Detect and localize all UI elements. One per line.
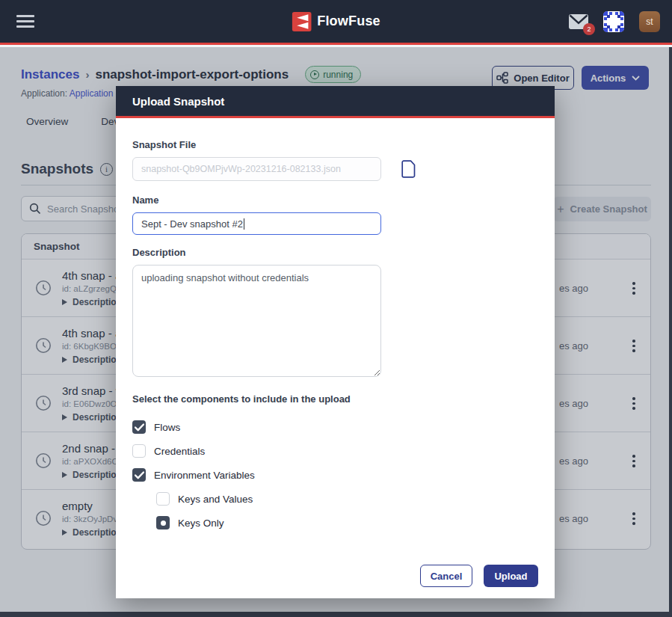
name-input-value: Sept - Dev snapshot #2	[141, 218, 243, 230]
app-window: FlowFuse 2	[0, 0, 672, 617]
modal-footer: Cancel Upload	[132, 565, 538, 587]
check-icon	[135, 423, 144, 432]
check-icon	[135, 471, 144, 479]
keys-and-values-checkbox-unchecked[interactable]	[156, 492, 170, 506]
option-flows[interactable]: Flows	[132, 415, 538, 439]
name-input[interactable]: Sept - Dev snapshot #2	[132, 212, 381, 235]
brand-name: FlowFuse	[317, 13, 380, 29]
flowfuse-logo-icon	[292, 12, 311, 31]
upload-snapshot-modal: Upload Snapshot Snapshot File snapshot-Q…	[116, 86, 555, 598]
notifications-mail-icon[interactable]: 2	[569, 14, 588, 29]
components-options: Flows Credentials Environment Variables	[132, 415, 538, 535]
description-label: Description	[132, 247, 538, 259]
option-keys-only[interactable]: Keys Only	[156, 511, 538, 535]
text-caret	[244, 218, 244, 230]
brand-logo: FlowFuse	[292, 12, 380, 31]
flows-checkbox-checked[interactable]	[132, 420, 146, 434]
credentials-checkbox-unchecked[interactable]	[132, 444, 146, 458]
env-vars-checkbox-checked[interactable]	[132, 468, 146, 482]
option-environment-variables[interactable]: Environment Variables	[132, 463, 538, 487]
snapshot-file-label: Snapshot File	[132, 139, 538, 151]
option-label: Keys and Values	[178, 494, 253, 505]
top-navbar: FlowFuse 2	[0, 0, 672, 45]
option-label: Flows	[154, 422, 180, 433]
hamburger-menu-icon[interactable]	[16, 15, 34, 28]
cancel-button[interactable]: Cancel	[420, 565, 472, 587]
modal-title: Upload Snapshot	[132, 95, 224, 108]
keys-only-radio-selected[interactable]	[156, 516, 170, 529]
description-textarea[interactable]: uploading snapshot without credentials	[132, 265, 381, 377]
user-avatar[interactable]: st	[639, 11, 660, 32]
option-keys-and-values[interactable]: Keys and Values	[156, 487, 538, 511]
file-icon	[401, 160, 417, 178]
snapshot-file-input: snapshot-Qb9OMPjvWp-20231216-082133.json	[132, 157, 381, 181]
choose-file-button[interactable]	[401, 160, 417, 178]
window-edge-right	[669, 47, 672, 617]
option-credentials[interactable]: Credentials	[132, 439, 538, 463]
option-label: Environment Variables	[154, 470, 255, 481]
option-label: Keys Only	[178, 518, 224, 529]
mail-badge-count: 2	[583, 23, 595, 35]
upload-button[interactable]: Upload	[484, 565, 538, 587]
components-label: Select the components to include in the …	[132, 393, 538, 405]
team-avatar[interactable]	[603, 11, 624, 32]
option-label: Credentials	[154, 446, 205, 457]
modal-header: Upload Snapshot	[116, 86, 555, 118]
name-label: Name	[132, 194, 538, 206]
window-edge-bottom	[0, 612, 672, 617]
